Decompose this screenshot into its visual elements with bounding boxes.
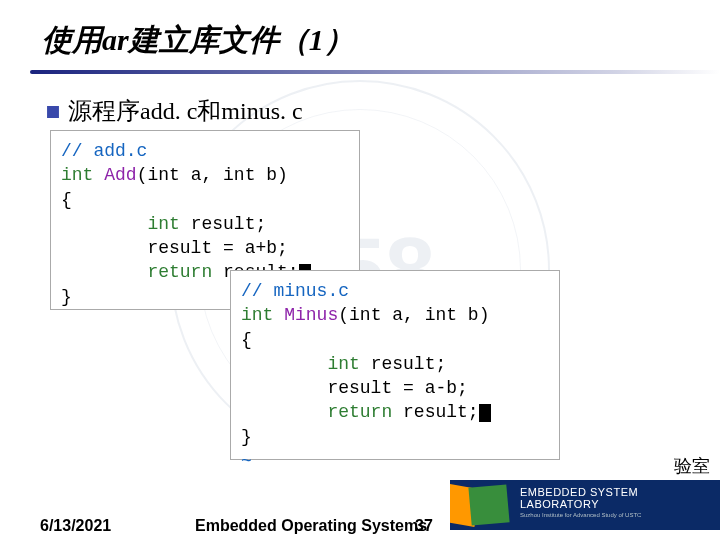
logo-sub-text: Suzhou Institute for Advanced Study of U… [520,512,720,518]
code-sig: (int a, int b) [338,305,489,325]
code-keyword: return [61,262,212,282]
footer-page-number: 37 [415,517,433,535]
code-fn-name: Minus [284,305,338,325]
code-brace: } [241,427,252,447]
code-text: result; [360,354,446,374]
code-box-minus: // minus.c int Minus(int a, int b) { int… [230,270,560,460]
logo-text: EMBEDDED SYSTEM LABORATORY Suzhou Instit… [520,486,720,518]
code-keyword: return [241,402,392,422]
code-brace: } [61,287,72,307]
title-underline [30,70,720,74]
footer-date: 6/13/2021 [40,517,111,535]
code-comment: // add.c [61,141,147,161]
code-text: result = a+b; [61,238,288,258]
code-brace: { [61,190,72,210]
footer-title: Embedded Operating Systems [195,517,427,535]
logo-square-icon [468,484,509,525]
bullet-text: 源程序add. c和minus. c [68,95,303,127]
code-keyword: int [241,305,273,325]
lab-suffix-text: 验室 [674,454,710,478]
code-comment: // minus.c [241,281,349,301]
page-title: 使用ar建立库文件（1） [42,20,354,61]
code-tilde: ~ [241,451,252,471]
logo-main-text: EMBEDDED SYSTEM LABORATORY [520,486,720,510]
code-text: result; [180,214,266,234]
code-keyword: int [61,165,93,185]
footer-logo: EMBEDDED SYSTEM LABORATORY Suzhou Instit… [450,480,720,530]
code-text: result = a-b; [241,378,468,398]
code-fn-name: Add [104,165,136,185]
bullet-source-files: ◆ 源程序add. c和minus. c [45,95,303,127]
code-keyword: int [61,214,180,234]
code-keyword: int [241,354,360,374]
code-sig: (int a, int b) [137,165,288,185]
code-text: result; [392,402,478,422]
code-brace: { [241,330,252,350]
text-cursor-icon [479,404,491,422]
diamond-icon: ◆ [38,96,68,126]
